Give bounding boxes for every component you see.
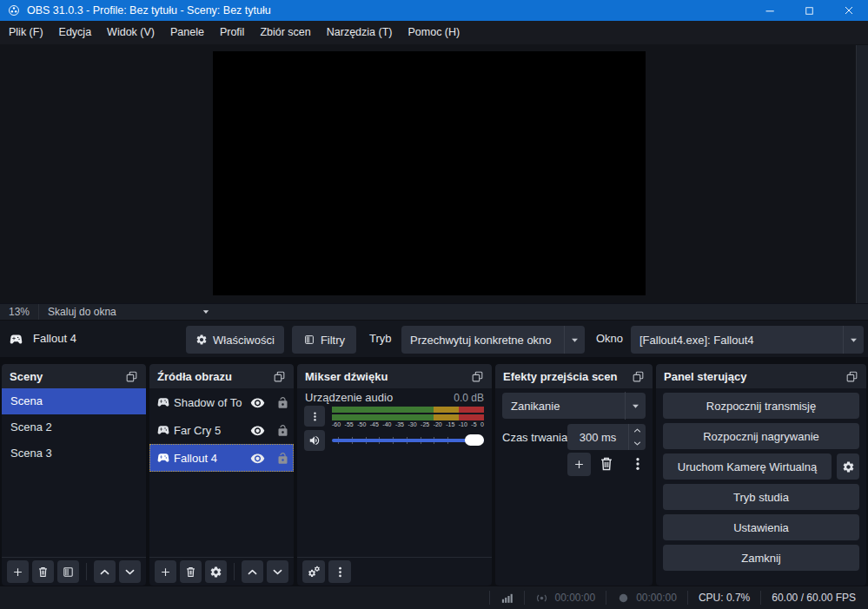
- popout-icon[interactable]: [471, 370, 484, 383]
- connection-quality: [490, 592, 524, 605]
- preview-canvas[interactable]: [213, 51, 646, 295]
- transition-dropdown[interactable]: Zanikanie: [502, 393, 646, 419]
- add-transition-button[interactable]: [567, 453, 591, 476]
- scenes-dock-header[interactable]: Sceny: [2, 364, 146, 388]
- capture-mode-dropdown[interactable]: Przechwytuj konkretne okno: [401, 326, 585, 354]
- status-bar: 00:00:00 00:00:00 CPU: 0.7% 60.00 / 60.0…: [0, 586, 868, 609]
- sources-toolbar: [149, 557, 294, 586]
- spin-down-button[interactable]: [629, 437, 646, 450]
- remove-scene-button[interactable]: [32, 560, 54, 583]
- scale-dropdown-arrow-icon[interactable]: [200, 306, 212, 318]
- db-value: 0.0 dB: [454, 392, 484, 404]
- spin-up-button[interactable]: [629, 424, 646, 437]
- mute-button[interactable]: [304, 430, 325, 451]
- lock-icon[interactable]: [276, 396, 289, 409]
- mixer-menu-button[interactable]: [328, 560, 351, 583]
- source-item[interactable]: Shadow of To: [149, 388, 294, 416]
- dock-area: Sceny Scena Scena 2 Scena 3 Źródła obraz…: [0, 357, 868, 586]
- minimize-button[interactable]: [751, 0, 790, 21]
- mode-label: Tryb: [369, 321, 392, 357]
- zoom-percent: 13%: [0, 306, 38, 318]
- virtual-camera-settings-button[interactable]: [837, 453, 859, 480]
- eye-icon[interactable]: [250, 451, 265, 466]
- properties-button[interactable]: Właściwości: [186, 326, 284, 354]
- popout-icon[interactable]: [273, 370, 286, 383]
- menu-profil[interactable]: Profil: [212, 21, 252, 44]
- menu-panele[interactable]: Panele: [162, 21, 212, 44]
- move-source-down-button[interactable]: [267, 560, 288, 583]
- move-source-up-button[interactable]: [242, 560, 263, 583]
- popout-icon[interactable]: [632, 370, 645, 383]
- divider: [86, 563, 87, 580]
- gear-icon: [842, 460, 855, 473]
- gamepad-icon: [156, 395, 170, 409]
- lock-icon[interactable]: [276, 452, 289, 465]
- gear-icon: [195, 334, 208, 346]
- add-source-button[interactable]: [155, 560, 176, 583]
- scene-item[interactable]: Scena: [2, 388, 146, 414]
- window-title: OBS 31.0.3 - Profile: Bez tytułu - Sceny…: [27, 4, 271, 17]
- remove-transition-button[interactable]: [598, 455, 615, 473]
- signal-bars-icon: [500, 592, 514, 605]
- move-scene-down-button[interactable]: [119, 560, 141, 583]
- menu-pomoc[interactable]: Pomoc (H): [400, 21, 467, 44]
- maximize-button[interactable]: [790, 0, 829, 21]
- close-button[interactable]: [829, 0, 868, 21]
- meter-scale: -60-55-50-45-40-35-30-25-20-15-10-50: [332, 421, 484, 427]
- controls-dock-header[interactable]: Panel sterujący: [656, 364, 866, 388]
- menu-widok[interactable]: Widok (V): [99, 21, 162, 44]
- advanced-audio-button[interactable]: [302, 560, 325, 583]
- controls-body: Rozpocznij transmisję Rozpocznij nagrywa…: [663, 388, 859, 571]
- scenes-list: Scena Scena 2 Scena 3: [2, 388, 146, 467]
- mixer-kebab-button[interactable]: [304, 406, 325, 427]
- transitions-dock: Efekty przejścia scen Zanikanie Czas trw…: [495, 364, 653, 586]
- lock-icon[interactable]: [276, 424, 289, 437]
- chevron-down-icon: [564, 326, 585, 354]
- cpu-usage: CPU: 0.7%: [688, 592, 760, 604]
- exit-button[interactable]: Zamknij: [663, 545, 859, 571]
- popout-icon[interactable]: [845, 370, 858, 383]
- preview-area: [0, 44, 868, 303]
- source-item[interactable]: Far Cry 5: [149, 416, 294, 444]
- eye-icon[interactable]: [250, 395, 265, 410]
- duration-spinbox[interactable]: 300 ms: [567, 424, 646, 450]
- sources-dock-header[interactable]: Źródła obrazu: [149, 364, 294, 388]
- menu-narzedzia[interactable]: Narzędzia (T): [319, 21, 401, 44]
- scene-item[interactable]: Scena 3: [2, 440, 146, 467]
- remove-source-button[interactable]: [180, 560, 202, 583]
- volume-slider[interactable]: [332, 430, 484, 451]
- controls-dock: Panel sterujący Rozpocznij transmisję Ro…: [656, 364, 866, 586]
- transitions-dock-header[interactable]: Efekty przejścia scen: [495, 364, 653, 388]
- menu-edycja[interactable]: Edycja: [51, 21, 100, 44]
- move-scene-up-button[interactable]: [94, 560, 116, 583]
- mixer-dock-header[interactable]: Mikser dźwięku: [297, 364, 492, 388]
- scale-to-window-label[interactable]: Skaluj do okna: [39, 306, 125, 318]
- slider-handle[interactable]: [465, 434, 484, 446]
- menu-bar: Plik (F) Edycja Widok (V) Panele Profil …: [0, 21, 868, 44]
- start-recording-button[interactable]: Rozpocznij nagrywanie: [663, 423, 859, 449]
- stream-status: 00:00:00: [525, 592, 606, 605]
- divider: [234, 563, 235, 580]
- start-streaming-button[interactable]: Rozpocznij transmisję: [663, 393, 859, 419]
- mixer-toolbar: [297, 557, 492, 586]
- menu-zbior-scen[interactable]: Zbiór scen: [252, 21, 318, 44]
- title-bar: OBS 31.0.3 - Profile: Bez tytułu - Sceny…: [0, 0, 868, 21]
- preview-vertical-scrollbar[interactable]: [856, 45, 868, 303]
- transition-menu-button[interactable]: [630, 456, 646, 472]
- eye-icon[interactable]: [250, 423, 265, 438]
- add-scene-button[interactable]: [7, 560, 29, 583]
- studio-mode-button[interactable]: Tryb studia: [663, 484, 859, 510]
- obs-logo-icon: [8, 4, 20, 17]
- gamepad-icon: [156, 423, 170, 437]
- start-virtual-camera-button[interactable]: Uruchom Kamerę Wirtualną: [663, 453, 832, 480]
- menu-plik[interactable]: Plik (F): [1, 21, 51, 44]
- capture-window-dropdown[interactable]: [Fallout4.exe]: Fallout4: [631, 326, 864, 354]
- filters-button[interactable]: Filtry: [292, 326, 356, 354]
- settings-button[interactable]: Ustawienia: [663, 514, 859, 540]
- scene-item[interactable]: Scena 2: [2, 414, 146, 440]
- source-properties-button[interactable]: [205, 560, 227, 583]
- fps-indicator: 60.00 / 60.00 FPS: [761, 592, 868, 604]
- popout-icon[interactable]: [125, 370, 138, 383]
- scene-filters-button[interactable]: [57, 560, 79, 583]
- source-item[interactable]: Fallout 4: [149, 444, 294, 472]
